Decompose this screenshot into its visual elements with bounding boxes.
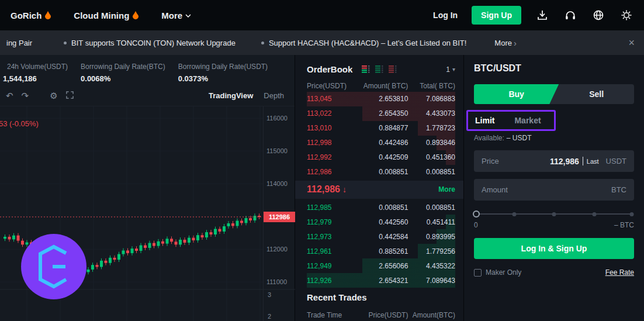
col-amount: Amount( BTC) <box>361 82 408 90</box>
announcement-item-1-label: BIT supports TONCOIN (TON) Network Upgra… <box>71 39 236 47</box>
stat-borrow-rate-usdt: Borrowing Daily Rate(USDT) 0.0373% <box>178 63 268 85</box>
orderbook-column-headers: Price(USDT) Amount( BTC) Total( BTC) <box>307 80 455 92</box>
order-total: 0.893846 <box>408 139 455 147</box>
announcement-item-partial[interactable]: ing Pair <box>6 39 32 47</box>
nav-item-cloud-mining[interactable]: Cloud Mining <box>74 11 139 20</box>
order-total: 7.089643 <box>408 277 455 285</box>
book-view-asks-icon[interactable] <box>389 65 397 73</box>
slider-thumb[interactable] <box>473 210 480 218</box>
svg-text:111000: 111000 <box>266 278 287 285</box>
slider-stop[interactable] <box>552 212 556 216</box>
chart-settings-gear-icon[interactable]: ⚙ <box>50 91 57 100</box>
login-signup-button[interactable]: Log In & Sign Up <box>474 238 634 259</box>
order-price: 112,992 <box>307 153 361 161</box>
buy-button[interactable]: Buy <box>474 84 559 104</box>
stat-value: 0.0373% <box>178 74 268 83</box>
price-field-right: 112,986 Last USDT <box>550 157 626 166</box>
order-price: 112,998 <box>307 139 361 147</box>
candlestick-chart: 1160001150001140001130001120001110001129… <box>0 106 295 321</box>
price-field[interactable]: Price 112,986 Last USDT <box>474 150 634 172</box>
svg-text:2: 2 <box>268 313 271 320</box>
orderbook-view-modes <box>362 65 397 73</box>
login-button[interactable]: Log In <box>433 11 458 20</box>
main-area: 24h Volume(USDT) 1,544,186 Borrowing Dai… <box>0 55 644 321</box>
stat-label: 24h Volume(USDT) <box>7 63 68 71</box>
orderbook-row[interactable]: 112,9980.4424860.893846 <box>307 136 455 150</box>
slider-stop[interactable] <box>592 212 596 216</box>
orderbook-row[interactable]: 113,0452.6538107.086883 <box>307 92 455 106</box>
redo-icon[interactable]: ↷ <box>22 91 29 100</box>
announcement-item-2[interactable]: Support HACASH (HAC&HACD) – Let's Get Li… <box>261 39 466 47</box>
col-total: Total( BTC) <box>408 82 455 90</box>
language-globe-icon[interactable] <box>591 8 605 22</box>
order-amount: 2.656066 <box>361 262 408 270</box>
support-headset-icon[interactable] <box>563 8 577 22</box>
orderbook-row[interactable]: 112,9492.6560664.435322 <box>307 258 455 273</box>
settings-gear-icon[interactable] <box>619 8 633 22</box>
order-total: 0.008851 <box>408 203 455 212</box>
order-total: 0.451360 <box>408 153 455 161</box>
order-price: 112,986 <box>307 168 361 176</box>
order-price: 112,961 <box>307 247 361 256</box>
orderbook-row[interactable]: 112,9860.0088510.008851 <box>307 165 455 180</box>
nav-left: GoRich Cloud Mining More <box>11 11 191 20</box>
maker-only-checkbox[interactable] <box>474 269 482 277</box>
announcement-item-1[interactable]: BIT supports TONCOIN (TON) Network Upgra… <box>64 39 236 47</box>
order-total: 0.893995 <box>408 233 455 241</box>
orderbook-row[interactable]: 113,0100.8848771.778723 <box>307 121 455 136</box>
price-down-arrow-icon: ↓ <box>342 185 347 194</box>
tab-tradingview[interactable]: TradingView <box>209 91 253 100</box>
orderbook-row[interactable]: 112,9610.8852611.779256 <box>307 244 455 258</box>
amount-unit-label: BTC <box>611 185 626 194</box>
announcement-bar: ing Pair BIT supports TONCOIN (TON) Netw… <box>0 30 644 55</box>
chevron-right-icon: › <box>514 38 517 48</box>
last-price: 112,986 <box>307 184 340 195</box>
tab-market[interactable]: Market <box>514 116 541 125</box>
chevron-down-icon <box>185 14 191 18</box>
precision-value: 1 <box>446 65 450 74</box>
nav-item-gorich[interactable]: GoRich <box>11 11 51 20</box>
amount-field[interactable]: Amount BTC <box>474 179 634 201</box>
book-view-bids-icon[interactable] <box>375 65 384 73</box>
panel-footer: Maker Only Fee Rate <box>474 268 634 277</box>
slider-stop[interactable] <box>512 212 516 216</box>
tab-depth[interactable]: Depth <box>264 91 284 100</box>
order-amount: 0.008851 <box>361 203 408 212</box>
nav-more-label: More <box>161 11 182 20</box>
orderbook-more-link[interactable]: More <box>438 185 455 194</box>
orderbook-row[interactable]: 113,0222.6543504.433073 <box>307 106 455 121</box>
order-total: 4.433073 <box>408 109 455 118</box>
orderbook-row[interactable]: 112,9262.6543217.089643 <box>307 273 455 288</box>
col-amount: Amount(BTC) <box>408 311 455 319</box>
signup-button[interactable]: Sign Up <box>472 6 521 25</box>
fee-rate-link[interactable]: Fee Rate <box>605 268 634 277</box>
last-price-button[interactable]: Last <box>587 158 599 165</box>
last-price-row: 112,986 ↓ More <box>295 181 463 199</box>
orderbook-row[interactable]: 112,9730.4425840.893995 <box>307 229 455 244</box>
orderbook-row[interactable]: 112,9920.4425090.451360 <box>307 150 455 165</box>
order-price: 112,973 <box>307 233 361 241</box>
download-app-icon[interactable] <box>535 8 549 22</box>
announcement-more-label: More <box>494 39 512 47</box>
bids-list: 112,9850.0088510.008851112,9790.4425600.… <box>307 200 455 288</box>
undo-icon[interactable]: ↶ <box>6 91 13 100</box>
price-input-value[interactable]: 112,986 <box>550 157 579 166</box>
orderbook-row[interactable]: 112,9790.4425600.451411 <box>307 215 455 229</box>
stat-value: 1,544,186 <box>3 74 68 83</box>
pair-title: BTC/USDT <box>474 63 634 75</box>
orderbook-row[interactable]: 112,9850.0088510.008851 <box>307 200 455 215</box>
amount-slider[interactable] <box>474 210 634 218</box>
announcement-more-link[interactable]: More › <box>494 38 517 48</box>
nav-item-more[interactable]: More <box>161 11 191 20</box>
book-view-both-icon[interactable] <box>362 65 371 73</box>
price-chart[interactable]: 1160001150001140001130001120001110001129… <box>0 106 295 321</box>
announcement-close-icon[interactable]: × <box>628 37 635 49</box>
sell-button[interactable]: Sell <box>559 84 634 104</box>
fullscreen-icon[interactable] <box>66 91 74 100</box>
svg-text:114000: 114000 <box>266 180 288 187</box>
tab-limit[interactable]: Limit <box>475 116 494 125</box>
price-unit-label: USDT <box>606 157 626 165</box>
precision-dropdown[interactable]: 1 ▾ <box>446 65 455 74</box>
slider-stop[interactable] <box>630 212 634 216</box>
order-amount: 2.653810 <box>361 95 408 103</box>
